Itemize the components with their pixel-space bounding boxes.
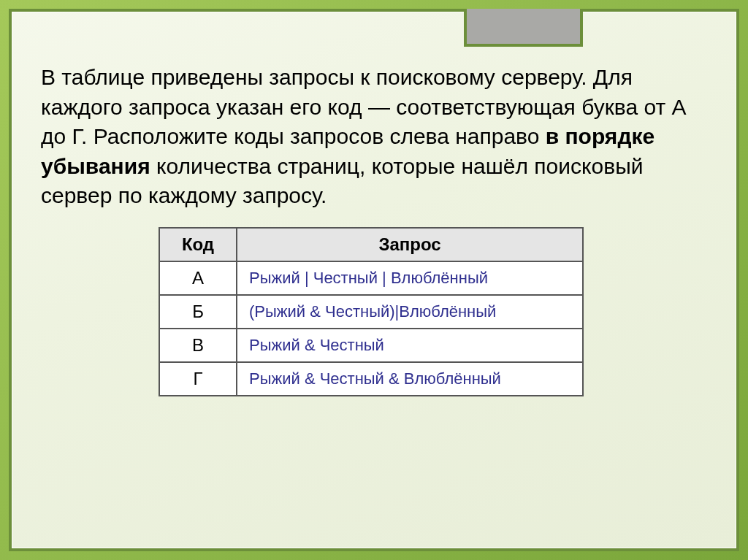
slide-content: В таблице приведены запросы к поисковому… <box>41 63 701 526</box>
cell-code: В <box>159 329 237 362</box>
cell-query: Рыжий & Честный & Влюблённый <box>237 362 583 396</box>
table-row: В Рыжий & Честный <box>159 329 583 362</box>
table-row: Г Рыжий & Честный & Влюблённый <box>159 362 583 396</box>
table-container: Код Запрос А Рыжий | Честный | Влюблённы… <box>41 227 701 396</box>
cell-code: Г <box>159 362 237 396</box>
cell-query: Рыжий | Честный | Влюблённый <box>237 261 583 295</box>
table-header-row: Код Запрос <box>159 228 583 261</box>
cell-code: А <box>159 261 237 295</box>
table-row: А Рыжий | Честный | Влюблённый <box>159 261 583 295</box>
task-paragraph: В таблице приведены запросы к поисковому… <box>41 63 701 211</box>
cell-code: Б <box>159 295 237 329</box>
decorative-tab <box>464 9 583 47</box>
cell-query: (Рыжий & Честный)|Влюблённый <box>237 295 583 329</box>
slide-frame: В таблице приведены запросы к поисковому… <box>9 9 739 551</box>
header-code: Код <box>159 228 237 261</box>
table-row: Б (Рыжий & Честный)|Влюблённый <box>159 295 583 329</box>
query-table: Код Запрос А Рыжий | Честный | Влюблённы… <box>159 227 584 396</box>
header-query: Запрос <box>237 228 583 261</box>
cell-query: Рыжий & Честный <box>237 329 583 362</box>
